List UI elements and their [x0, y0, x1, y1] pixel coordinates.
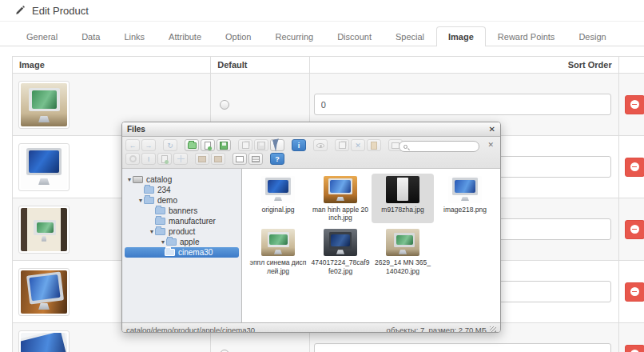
file-thumbnail: [261, 229, 295, 256]
file-thumbnail: [386, 176, 419, 203]
tree-item-234[interactable]: 234: [125, 185, 239, 195]
clear-search-icon[interactable]: ✕: [487, 141, 494, 149]
tab-recurring[interactable]: Recurring: [263, 26, 325, 46]
preview-button[interactable]: [313, 139, 328, 151]
tab-design[interactable]: Design: [566, 26, 618, 46]
remove-image-button[interactable]: [625, 158, 644, 177]
file-name: 2629_14 MN 365_140420.jpg: [373, 258, 432, 274]
search-input[interactable]: [407, 142, 471, 150]
tab-general[interactable]: General: [14, 26, 70, 46]
rotate-left-button[interactable]: [195, 153, 209, 165]
search-box[interactable]: [399, 141, 479, 152]
edit-file-button[interactable]: [157, 153, 172, 165]
file-thumbnail: [324, 229, 357, 256]
reload-button[interactable]: ↻: [163, 139, 177, 151]
close-icon[interactable]: ✕: [489, 126, 495, 134]
column-header-sort-order: Sort Order: [309, 57, 618, 74]
chevron-down-icon[interactable]: ▼: [126, 177, 133, 182]
chevron-down-icon[interactable]: ▼: [160, 239, 166, 245]
view-icons-button[interactable]: [233, 153, 247, 165]
product-image-thumbnail[interactable]: [18, 268, 70, 316]
forward-button[interactable]: →: [141, 139, 156, 151]
undo-button[interactable]: [125, 153, 140, 165]
product-image-thumbnail[interactable]: [18, 206, 70, 254]
tab-special[interactable]: Special: [384, 26, 436, 46]
file-item-selected[interactable]: m9178zha.jpg: [372, 174, 434, 223]
cursor-icon: [272, 138, 282, 152]
tab-attribute[interactable]: Attribute: [157, 26, 213, 46]
tab-image[interactable]: Image: [436, 26, 486, 46]
column-header-image: Image: [13, 57, 211, 74]
file-item[interactable]: image218.png: [434, 174, 496, 223]
remove-image-button[interactable]: [625, 220, 644, 239]
copy-button[interactable]: [238, 139, 252, 151]
paste-button[interactable]: [367, 139, 381, 151]
file-item[interactable]: эппл синема дисплей.jpg: [247, 226, 309, 276]
resize-grip-icon[interactable]: [490, 326, 496, 333]
view-icons-icon: [236, 156, 244, 162]
pencil-icon: [15, 6, 25, 15]
info-button[interactable]: i: [292, 139, 306, 151]
minus-circle-icon: [630, 162, 639, 171]
resize-button[interactable]: [173, 153, 188, 165]
new-file-icon: [205, 142, 211, 150]
product-image-thumbnail[interactable]: [18, 330, 70, 352]
file-manager-dialog: Files ✕ ← → ↻ i ✕: [121, 122, 501, 333]
tab-option[interactable]: Option: [213, 26, 263, 46]
sort-order-input[interactable]: [314, 94, 611, 115]
file-name: man hinh apple 20 inch.jpg: [311, 206, 370, 222]
back-button[interactable]: ←: [125, 139, 140, 151]
file-item[interactable]: man hinh apple 20 inch.jpg: [309, 174, 372, 223]
tree-item-apple[interactable]: ▼apple: [125, 237, 239, 247]
tab-reward-points[interactable]: Reward Points: [486, 26, 567, 46]
page-title: Edit Product: [32, 5, 89, 17]
tab-links[interactable]: Links: [112, 26, 157, 46]
sort-order-input[interactable]: [314, 343, 611, 352]
dialog-title: Files: [127, 125, 489, 134]
folder-tree: ▼catalog 234 ▼demo banners manufacturer …: [122, 169, 242, 322]
remove-image-button[interactable]: [625, 345, 644, 352]
column-header-actions: [618, 57, 644, 74]
view-list-button[interactable]: [248, 153, 263, 165]
duplicate-button[interactable]: [335, 139, 349, 151]
tree-item-cinema30[interactable]: cinema30: [125, 247, 239, 258]
product-tab-bar: General Data Links Attribute Option Recu…: [0, 22, 644, 46]
new-file-button[interactable]: [201, 139, 215, 151]
select-button[interactable]: [270, 139, 284, 151]
chevron-down-icon[interactable]: ▼: [149, 229, 155, 234]
folder-icon: [155, 228, 165, 235]
view-list-icon: [252, 156, 260, 162]
tab-discount[interactable]: Discount: [325, 26, 384, 46]
remove-image-button[interactable]: [625, 95, 644, 114]
tab-data[interactable]: Data: [70, 26, 112, 46]
upload-button[interactable]: [217, 139, 231, 151]
file-name: 474017224_78caf9fe02.jpg: [311, 258, 370, 274]
rename-button[interactable]: I: [141, 153, 156, 165]
tree-item-demo[interactable]: ▼demo: [125, 195, 239, 206]
tree-item-product[interactable]: ▼product: [125, 226, 239, 237]
file-item[interactable]: 2629_14 MN 365_140420.jpg: [372, 226, 434, 276]
file-item[interactable]: original.jpg: [247, 174, 309, 223]
new-folder-button[interactable]: [185, 139, 199, 151]
tree-item-banners[interactable]: banners: [125, 206, 239, 216]
copy-icon: [242, 142, 249, 149]
dialog-title-bar[interactable]: Files ✕: [122, 122, 500, 137]
default-radio[interactable]: [220, 350, 229, 352]
dialog-status-bar: catalog/demo/product/apple/cinema30 объе…: [122, 322, 500, 333]
file-item[interactable]: 474017224_78caf9fe02.jpg: [309, 226, 372, 276]
objects-size-info: объекты: 7, размер: 2.70 МБ: [387, 326, 487, 334]
default-radio[interactable]: [220, 100, 229, 110]
rotate-right-button[interactable]: [211, 153, 225, 165]
product-image-thumbnail[interactable]: [18, 81, 70, 129]
tree-item-manufacturer[interactable]: manufacturer: [125, 216, 239, 226]
file-name: image218.png: [435, 206, 495, 214]
chevron-down-icon[interactable]: ▼: [137, 198, 144, 203]
help-button[interactable]: ?: [270, 153, 284, 165]
folder-icon: [155, 207, 165, 214]
tree-item-catalog[interactable]: ▼catalog: [125, 174, 239, 185]
product-image-thumbnail[interactable]: [18, 143, 70, 191]
circle-icon: [129, 155, 137, 162]
remove-image-button[interactable]: [625, 282, 644, 302]
save-button[interactable]: [254, 139, 268, 151]
cut-button[interactable]: ✕: [351, 139, 365, 151]
